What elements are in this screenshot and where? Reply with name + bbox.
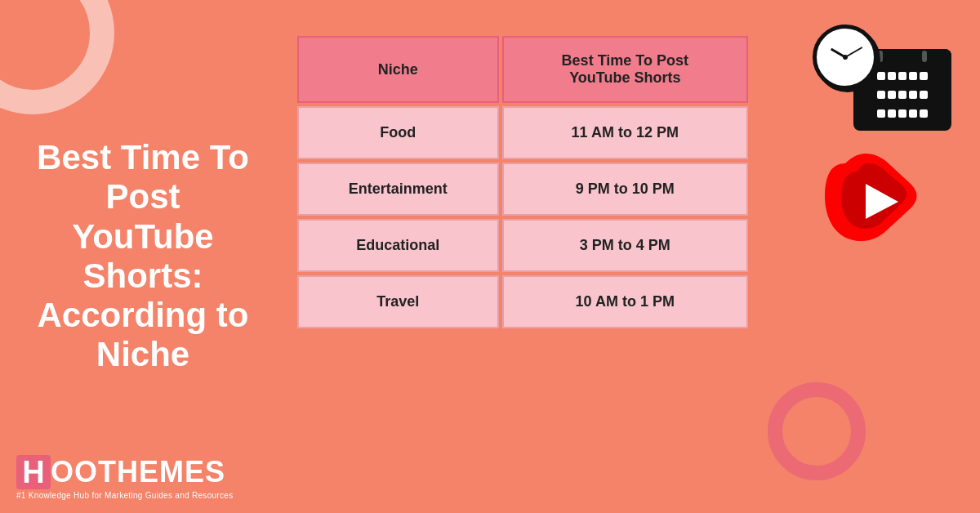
header-niche: Niche bbox=[297, 36, 499, 103]
cal-dot bbox=[920, 91, 928, 99]
decorative-circle-top-left bbox=[0, 0, 114, 114]
cal-dot bbox=[888, 72, 896, 80]
clock-calendar-icon bbox=[813, 25, 951, 131]
brand-name: H OOTHEMES bbox=[16, 455, 233, 489]
youtube-shorts-icon bbox=[821, 147, 927, 245]
cal-dot bbox=[909, 109, 917, 118]
table-row: Travel10 AM to 1 PM bbox=[297, 275, 748, 328]
cal-dot bbox=[920, 72, 928, 80]
calendar-pin-left bbox=[878, 51, 883, 62]
clock-center-dot bbox=[843, 55, 848, 60]
left-title-section: Best Time To Post YouTube Shorts: Accord… bbox=[33, 138, 253, 375]
yt-shorts-svg bbox=[821, 147, 935, 253]
cal-dot bbox=[877, 72, 885, 80]
page-background: Best Time To Post YouTube Shorts: Accord… bbox=[0, 0, 980, 513]
time-cell: 11 AM to 12 PM bbox=[502, 106, 748, 159]
cal-dot bbox=[877, 91, 885, 99]
time-cell: 9 PM to 10 PM bbox=[502, 163, 748, 216]
cal-dot bbox=[909, 91, 917, 99]
cal-dot bbox=[888, 91, 896, 99]
decorative-circle-bottom-right bbox=[768, 382, 866, 480]
cal-dot bbox=[909, 72, 917, 80]
cal-dot bbox=[898, 72, 906, 80]
brand-section: H OOTHEMES #1 Knowledge Hub for Marketin… bbox=[16, 455, 233, 500]
calendar-pin-right bbox=[922, 51, 927, 62]
right-icons-section bbox=[800, 16, 964, 245]
header-best-time: Best Time To PostYouTube Shorts bbox=[502, 36, 748, 103]
brand-h-letter: H bbox=[16, 455, 51, 489]
cal-dot bbox=[898, 91, 906, 99]
time-cell: 3 PM to 4 PM bbox=[502, 219, 748, 272]
brand-text: OOTHEMES bbox=[51, 455, 225, 489]
time-cell: 10 AM to 1 PM bbox=[502, 275, 748, 328]
table-section: Niche Best Time To PostYouTube Shorts Fo… bbox=[294, 33, 751, 332]
cal-dot bbox=[888, 109, 896, 118]
niche-cell: Educational bbox=[297, 219, 499, 272]
cal-dot bbox=[877, 109, 885, 118]
clock-icon bbox=[813, 25, 878, 90]
cal-dot bbox=[920, 109, 928, 118]
niche-cell: Entertainment bbox=[297, 163, 499, 216]
cal-dot bbox=[898, 109, 906, 118]
clock-face bbox=[821, 33, 870, 82]
page-title: Best Time To Post YouTube Shorts: Accord… bbox=[33, 138, 253, 375]
niche-cell: Travel bbox=[297, 275, 499, 328]
brand-tagline: #1 Knowledge Hub for Marketing Guides an… bbox=[16, 491, 233, 500]
calendar-grid bbox=[872, 67, 933, 131]
table-row: Educational3 PM to 4 PM bbox=[297, 219, 748, 272]
table-row: Food11 AM to 12 PM bbox=[297, 106, 748, 159]
niche-table: Niche Best Time To PostYouTube Shorts Fo… bbox=[294, 33, 751, 332]
niche-cell: Food bbox=[297, 106, 499, 159]
table-row: Entertainment9 PM to 10 PM bbox=[297, 163, 748, 216]
